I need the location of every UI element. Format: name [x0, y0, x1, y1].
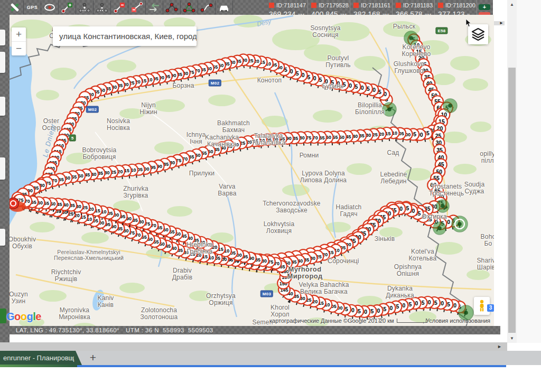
forest-patch: [379, 227, 403, 238]
left-toolbar-strip: [0, 15, 10, 342]
route-color-swatch: [311, 3, 316, 8]
forest-patch: [153, 99, 185, 112]
river: [74, 63, 98, 89]
google-logo-letter: g: [27, 311, 33, 322]
remove-point-icon: [96, 1, 108, 14]
map-zoom-control: + −: [12, 27, 26, 55]
visibility-icon: [43, 1, 56, 14]
route-start-marker[interactable]: [443, 99, 457, 113]
add-route-button[interactable]: +: [479, 4, 490, 10]
browser-tab[interactable]: enrunner - Планировщ ×: [0, 351, 82, 365]
search-input[interactable]: улица Константиновская, Киев, город ...: [53, 26, 197, 46]
route-tab-header: ID:7181183: [396, 2, 432, 8]
route-start-marker[interactable]: [433, 222, 446, 235]
gps-import-button[interactable]: GPS: [24, 1, 41, 14]
road-major: [227, 68, 349, 264]
forest-patch: [107, 60, 136, 72]
forest-patch: [189, 291, 212, 301]
gps-import-icon: GPS: [27, 5, 38, 10]
terms-label[interactable]: Условия использования: [426, 318, 490, 324]
delete-segment-icon: [113, 1, 126, 14]
window-edge-accent: [0, 365, 77, 367]
forest-patch: [167, 206, 192, 217]
route-points-button[interactable]: [163, 1, 181, 14]
horizontal-scrollbar[interactable]: ►: [0, 342, 507, 351]
car-routing-icon: [218, 1, 230, 14]
drawing-toolbar: GPS: [0, 0, 266, 15]
route-id-label: ID:7181147: [276, 2, 306, 8]
map-canvas[interactable]: 5101520253035404550556065707580859095100…: [10, 15, 494, 334]
forest-patch: [453, 164, 477, 174]
vertical-scroll-thumb[interactable]: [508, 68, 516, 333]
reverse-route-button[interactable]: [146, 1, 163, 14]
forest-patch: [435, 242, 463, 255]
route-id-label: ID:7181161: [361, 2, 390, 8]
forest-patch: [347, 163, 372, 175]
terms-link[interactable]: , Условия использования: [423, 318, 490, 324]
route-color-swatch: [353, 3, 359, 8]
map-scale: 20 км: [379, 318, 426, 324]
smooth-route-button[interactable]: [198, 1, 216, 14]
road-badge: M03: [260, 291, 273, 297]
forest-patch: [432, 73, 455, 85]
route-start-marker[interactable]: [436, 200, 449, 212]
map-svg: 5101520253035404550556065707580859095100…: [10, 15, 494, 334]
remove-point-button[interactable]: [94, 1, 111, 14]
visibility-button[interactable]: [41, 1, 59, 14]
route-id-label: ID:7181183: [403, 2, 433, 8]
scroll-right-icon[interactable]: ►: [499, 21, 503, 25]
new-tab-button[interactable]: +: [85, 351, 101, 365]
smooth-route-icon: [200, 1, 213, 14]
route-start-marker[interactable]: [452, 216, 468, 232]
forest-patch: [470, 122, 491, 132]
scroll-down-icon[interactable]: ▼: [507, 336, 517, 341]
page-right-margin: [517, 0, 541, 343]
road-badge: 5: [69, 135, 76, 142]
close-loop-button[interactable]: [181, 1, 198, 14]
car-routing-button[interactable]: [216, 1, 233, 14]
reverse-route-icon: [148, 1, 161, 14]
left-strip-button[interactable]: [0, 157, 5, 180]
tab-close-icon[interactable]: ×: [70, 351, 74, 365]
route-tab-header: ID:7181147: [269, 2, 305, 8]
scroll-right-icon[interactable]: ►: [497, 344, 502, 349]
vertical-scrollbar[interactable]: ▲ ▼: [507, 0, 517, 343]
left-strip-button[interactable]: [0, 229, 5, 246]
route-tab-header: ID:7181161: [353, 2, 389, 8]
zoom-in-button[interactable]: +: [12, 27, 26, 41]
route-color-swatch: [269, 3, 274, 8]
scale-label: 20 км: [379, 318, 394, 324]
insert-point-icon: [78, 1, 91, 14]
delete-route-segment-button[interactable]: [128, 1, 146, 14]
forest-patch: [119, 283, 145, 293]
insert-point-button[interactable]: [76, 1, 94, 14]
layers-icon: [471, 27, 486, 42]
route-start-marker[interactable]: [383, 102, 396, 116]
add-segment-icon: [61, 1, 73, 14]
forest-patch: [36, 90, 59, 100]
route-points-icon: [165, 1, 178, 14]
scale-bar: [397, 319, 426, 323]
add-segment-button[interactable]: [59, 1, 76, 14]
route-start-marker[interactable]: [404, 31, 418, 45]
left-strip-button[interactable]: [0, 52, 5, 73]
google-logo-letter: e: [35, 311, 41, 322]
road-badge: M02: [86, 106, 99, 113]
forest-patch: [50, 68, 77, 80]
route-color-swatch: [396, 3, 401, 8]
routes-layer: 5101520253035404550556065707580859095100…: [12, 34, 466, 318]
left-strip-button[interactable]: [0, 30, 5, 45]
left-strip-green-button[interactable]: [0, 309, 6, 323]
river: [386, 48, 389, 92]
browser-tab-bar: enrunner - Планировщ × +: [0, 351, 541, 365]
left-strip-button[interactable]: [0, 97, 5, 116]
route-color-swatch: [438, 3, 443, 8]
forest-patch: [467, 269, 490, 280]
draw-tools-button[interactable]: [6, 1, 24, 14]
map-attribution: картографические Данные ©Google 2017: [269, 318, 381, 324]
zoom-out-button[interactable]: −: [12, 41, 26, 55]
route-id-label: ID:7179528: [319, 2, 349, 8]
delete-segment-button[interactable]: [111, 1, 128, 14]
scroll-up-icon[interactable]: ▲: [507, 2, 517, 7]
utm-readout: UTM : 36 N 558993 5509503: [126, 327, 213, 333]
